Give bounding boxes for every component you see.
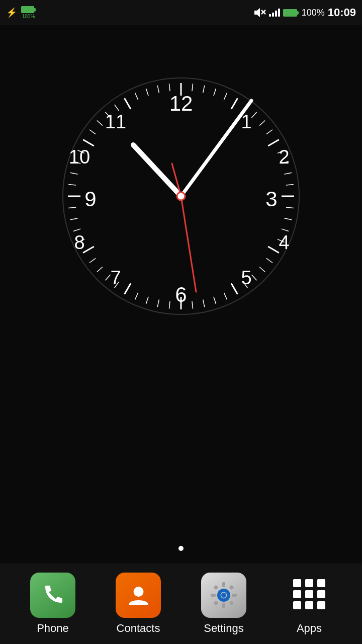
svg-text:8: 8	[74, 232, 84, 253]
battery-percent-main: 100%	[302, 8, 325, 18]
svg-rect-88	[229, 601, 234, 606]
dock-item-apps[interactable]: Apps	[277, 573, 342, 635]
svg-rect-99	[293, 601, 301, 609]
svg-line-77	[135, 93, 138, 100]
svg-line-48	[214, 297, 216, 304]
svg-line-49	[203, 299, 205, 307]
battery-indicator	[21, 6, 36, 13]
status-left: ⚡ 100%	[6, 6, 36, 19]
svg-rect-85	[211, 594, 216, 597]
battery-percent: 100%	[22, 14, 35, 19]
svg-line-52	[169, 301, 170, 309]
clock-face: // Will be generated by JS below 12 3 6 …	[55, 70, 307, 322]
svg-text:11: 11	[105, 111, 126, 132]
phone-icon	[40, 583, 65, 608]
svg-line-29	[259, 120, 265, 125]
svg-line-47	[224, 293, 227, 300]
settings-label: Settings	[204, 622, 244, 635]
svg-line-44	[252, 275, 257, 280]
svg-line-41	[268, 247, 279, 253]
svg-line-26	[231, 98, 238, 109]
svg-line-79	[157, 86, 159, 93]
svg-rect-101	[317, 601, 325, 609]
battery-status	[283, 9, 299, 17]
svg-rect-90	[229, 585, 234, 590]
svg-rect-87	[214, 585, 219, 590]
phone-label: Phone	[37, 622, 69, 635]
usb-icon: ⚡	[6, 7, 17, 18]
svg-line-68	[70, 173, 78, 174]
svg-text:2: 2	[279, 146, 289, 168]
page-indicator	[178, 546, 184, 551]
svg-line-28	[252, 112, 257, 118]
svg-line-55	[135, 293, 138, 300]
svg-line-35	[286, 184, 294, 185]
svg-point-81	[133, 587, 143, 597]
svg-rect-96	[293, 590, 301, 598]
svg-rect-83	[222, 582, 225, 587]
svg-line-65	[68, 207, 76, 208]
svg-line-23	[203, 86, 205, 93]
svg-rect-98	[317, 590, 325, 598]
svg-rect-94	[305, 579, 313, 587]
mute-icon	[253, 6, 266, 19]
svg-line-22	[192, 84, 193, 91]
svg-line-60	[89, 258, 96, 263]
svg-line-64	[70, 218, 78, 220]
svg-text:3: 3	[265, 187, 277, 211]
time: 10:09	[328, 6, 356, 19]
svg-text:5: 5	[241, 267, 251, 288]
svg-line-50	[192, 301, 193, 309]
svg-line-80	[169, 84, 170, 91]
dock-item-contacts[interactable]: Contacts	[106, 573, 171, 635]
svg-rect-95	[317, 579, 325, 587]
apps-grid-icon	[291, 577, 328, 614]
page-dot-active	[178, 546, 184, 551]
svg-line-58	[105, 275, 110, 280]
svg-rect-84	[222, 603, 225, 608]
svg-text:9: 9	[84, 187, 96, 211]
svg-line-75	[115, 105, 119, 111]
svg-line-39	[282, 229, 289, 231]
svg-line-38	[284, 218, 292, 220]
svg-line-67	[68, 184, 76, 185]
dock-item-phone[interactable]: Phone	[20, 573, 85, 635]
contacts-icon-bg	[116, 573, 161, 618]
svg-line-43	[259, 267, 265, 272]
apps-icon-bg	[287, 573, 332, 618]
svg-line-30	[266, 130, 273, 134]
svg-text:10: 10	[69, 146, 90, 168]
svg-line-46	[231, 283, 238, 294]
svg-point-20	[177, 192, 185, 200]
svg-line-42	[266, 258, 273, 263]
apps-label: Apps	[297, 622, 322, 635]
svg-line-37	[286, 207, 294, 208]
svg-line-73	[97, 120, 103, 125]
svg-line-63	[73, 229, 80, 231]
contacts-label: Contacts	[117, 622, 160, 635]
dock-item-settings[interactable]: Settings	[191, 573, 256, 635]
status-right: 100% 10:09	[253, 6, 356, 19]
svg-line-31	[268, 140, 279, 146]
svg-line-34	[284, 173, 292, 174]
svg-point-92	[221, 593, 226, 598]
clock-widget: // Will be generated by JS below 12 3 6 …	[55, 70, 307, 322]
svg-rect-89	[214, 601, 219, 606]
svg-line-56	[125, 283, 131, 294]
svg-rect-93	[293, 579, 301, 587]
svg-line-25	[224, 93, 227, 100]
svg-line-71	[83, 140, 94, 146]
svg-line-54	[146, 297, 148, 304]
svg-line-53	[157, 299, 159, 307]
settings-icon-bg	[201, 573, 246, 618]
settings-icon	[209, 580, 239, 610]
status-bar: ⚡ 100%	[0, 0, 362, 25]
svg-line-76	[125, 98, 131, 109]
svg-line-18	[181, 196, 196, 292]
svg-line-72	[89, 130, 96, 134]
dock: Phone Contacts	[0, 564, 362, 644]
svg-line-59	[97, 267, 103, 272]
svg-marker-0	[254, 8, 260, 17]
phone-icon-bg	[30, 573, 75, 618]
contacts-icon	[125, 582, 152, 609]
